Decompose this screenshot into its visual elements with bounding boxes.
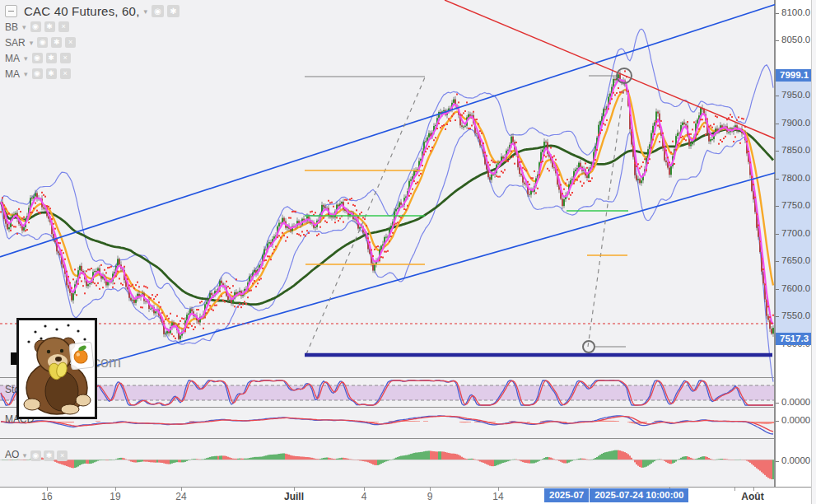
price-tick xyxy=(776,179,779,180)
chevron-down-icon[interactable]: ▾ xyxy=(144,7,148,16)
chart-window: CAC 40 Futures, 60, ▾ ◉ ✱ BB ▾ ◉ ✱ × SAR… xyxy=(0,0,816,504)
time-axis-label: 4 xyxy=(361,491,367,502)
indicator-row-ma2: MA ▾ ◉ ✱ × xyxy=(5,66,180,82)
price-axis-label: 7800.0 xyxy=(781,173,810,183)
price-tick xyxy=(776,124,779,124)
symbol-title[interactable]: CAC 40 Futures, 60, xyxy=(24,4,140,18)
gear-icon[interactable]: ✱ xyxy=(44,450,54,461)
time-axis[interactable]: 2025-07 2025-07-24 10:00:00 161924Juill4… xyxy=(0,487,816,504)
right-edge-strip xyxy=(811,0,816,504)
time-axis-label: 16 xyxy=(41,491,52,502)
time-tick xyxy=(734,488,735,491)
time-axis-label: 14 xyxy=(492,491,503,502)
main-legend: CAC 40 Futures, 60, ▾ ◉ ✱ BB ▾ ◉ ✱ × SAR… xyxy=(5,3,180,82)
ao-pane-title[interactable]: AO xyxy=(5,449,19,460)
price-axis-label: 7750.0 xyxy=(781,200,810,210)
price-axis[interactable]: 8100.08050.07950.07900.07850.07800.07750… xyxy=(775,0,812,487)
price-axis-label: 8050.0 xyxy=(781,35,810,44)
price-tick xyxy=(776,289,779,290)
chevron-down-icon[interactable]: ▾ xyxy=(24,70,28,78)
time-axis-label: 9 xyxy=(427,491,433,502)
eye-icon[interactable]: ◉ xyxy=(30,450,41,461)
oscillator-value-label: 0.0000 xyxy=(781,415,810,425)
price-tick xyxy=(776,96,779,96)
price-tick xyxy=(776,206,779,207)
close-icon[interactable]: × xyxy=(60,68,71,79)
time-axis-label: Août xyxy=(741,491,763,502)
price-tick xyxy=(776,316,779,317)
close-icon[interactable]: × xyxy=(60,53,71,63)
price-axis-label: 7600.0 xyxy=(781,283,810,293)
chevron-down-icon[interactable]: ▾ xyxy=(22,23,26,31)
fruit-logo-icon xyxy=(68,342,94,371)
indicator-label[interactable]: MA xyxy=(5,53,20,64)
ao-pane-label: AO ▾ ◉ ✱ × xyxy=(5,449,68,461)
price-axis-label: 8100.0 xyxy=(781,7,810,17)
gear-icon[interactable]: ✱ xyxy=(51,37,62,48)
indicator-label[interactable]: SAR xyxy=(5,37,26,49)
collapse-pane-icon[interactable] xyxy=(5,5,17,17)
eye-icon[interactable]: ◉ xyxy=(152,5,164,17)
price-tick xyxy=(776,234,779,235)
price-axis-label: 7900.0 xyxy=(781,118,810,128)
price-tick xyxy=(776,261,779,262)
eye-icon[interactable]: ◉ xyxy=(30,21,41,32)
eye-icon[interactable]: ◉ xyxy=(37,37,48,48)
selected-month-label: 2025-07 xyxy=(544,488,589,502)
price-tag: 7999.1 xyxy=(776,69,812,82)
gear-icon[interactable]: ✱ xyxy=(44,21,55,32)
oscillator-value-label: 0.0000 xyxy=(781,397,810,407)
indicator-label[interactable]: BB xyxy=(5,21,18,33)
chevron-down-icon[interactable]: ▾ xyxy=(23,451,27,460)
selected-timestamp-label: 2025-07-24 10:00:00 xyxy=(590,488,688,502)
close-icon[interactable]: × xyxy=(58,21,69,32)
indicator-row-ma1: MA ▾ ◉ ✱ × xyxy=(5,50,180,66)
indicator-row-bb: BB ▾ ◉ ✱ × xyxy=(5,19,180,35)
close-icon[interactable]: × xyxy=(57,450,68,461)
chevron-down-icon[interactable]: ▾ xyxy=(30,39,34,47)
price-tick xyxy=(776,151,779,152)
time-axis-label: Juill xyxy=(284,491,304,502)
price-axis-label: 7550.0 xyxy=(781,310,810,320)
price-tick xyxy=(776,40,779,41)
price-tag: 7517.3 xyxy=(776,333,812,345)
gear-icon[interactable]: ✱ xyxy=(46,53,57,63)
time-axis-selection: 2025-07 2025-07-24 10:00:00 xyxy=(544,488,688,502)
price-axis-label: 7950.0 xyxy=(781,90,810,100)
indicator-label[interactable]: MA xyxy=(5,68,20,80)
gear-icon[interactable]: ✱ xyxy=(46,68,57,79)
eye-icon[interactable]: ◉ xyxy=(32,68,43,79)
price-axis-label: 7700.0 xyxy=(781,228,810,238)
price-axis-label: 7650.0 xyxy=(781,255,810,265)
indicator-row-sar: SAR ▾ ◉ ✱ × xyxy=(5,35,180,50)
symbol-row: CAC 40 Futures, 60, ▾ ◉ ✱ xyxy=(5,3,180,19)
time-axis-label: 19 xyxy=(110,491,120,502)
eye-icon[interactable]: ◉ xyxy=(32,53,43,63)
close-icon[interactable]: × xyxy=(65,37,76,48)
price-axis-label: 7850.0 xyxy=(781,145,810,155)
price-tick xyxy=(776,13,779,14)
gear-icon[interactable]: ✱ xyxy=(167,5,180,17)
chevron-down-icon[interactable]: ▾ xyxy=(24,54,28,63)
time-axis-label: 24 xyxy=(175,491,186,502)
oscillator-value-label: 0.0000 xyxy=(781,455,810,465)
